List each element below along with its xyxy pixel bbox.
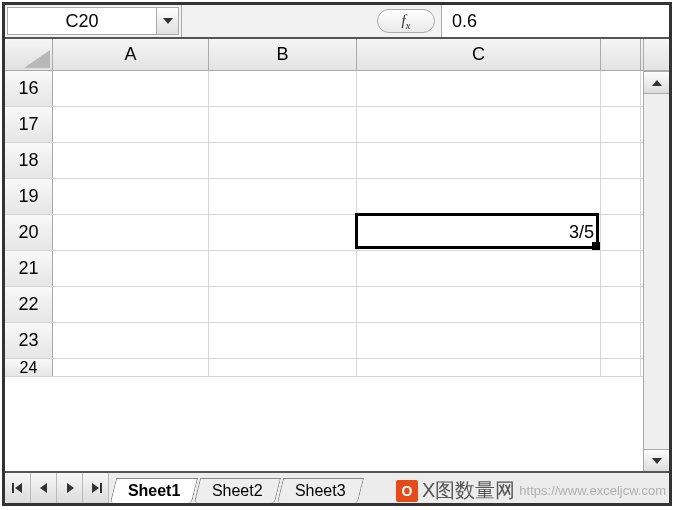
- cell-a[interactable]: [53, 359, 209, 376]
- sheet-tab[interactable]: Sheet1: [110, 478, 199, 503]
- column-header-a[interactable]: A: [53, 39, 209, 70]
- column-header-c[interactable]: C: [357, 39, 601, 70]
- grid-main: A B C 16171819203/521222324: [5, 39, 643, 471]
- sheet-tab[interactable]: Sheet3: [277, 478, 364, 503]
- grid-area: A B C 16171819203/521222324: [5, 39, 669, 471]
- scroll-track[interactable]: [644, 93, 669, 449]
- row-header[interactable]: 17: [5, 107, 53, 142]
- cell-b[interactable]: [209, 179, 357, 214]
- table-row: 18: [5, 143, 643, 179]
- cell-a[interactable]: [53, 71, 209, 106]
- scroll-up-button[interactable]: [644, 71, 669, 93]
- watermark-logo: O: [396, 480, 418, 502]
- nav-last-icon: [90, 482, 102, 494]
- fx-area: fx: [182, 5, 442, 37]
- cell-c[interactable]: [357, 359, 601, 376]
- table-row: 21: [5, 251, 643, 287]
- name-box-wrap: C20: [5, 5, 182, 37]
- row-header[interactable]: 18: [5, 143, 53, 178]
- row-header[interactable]: 21: [5, 251, 53, 286]
- cell-a[interactable]: [53, 323, 209, 358]
- name-box-dropdown[interactable]: [157, 7, 179, 35]
- svg-marker-0: [163, 18, 173, 24]
- vertical-scrollbar[interactable]: [643, 39, 669, 471]
- cell-a[interactable]: [53, 251, 209, 286]
- svg-marker-1: [652, 80, 662, 86]
- cell-c[interactable]: [357, 107, 601, 142]
- cell-c[interactable]: [357, 179, 601, 214]
- row-header[interactable]: 19: [5, 179, 53, 214]
- cell-b[interactable]: [209, 71, 357, 106]
- table-row: 17: [5, 107, 643, 143]
- svg-rect-8: [100, 483, 102, 493]
- svg-rect-3: [12, 483, 14, 493]
- cell-a[interactable]: [53, 107, 209, 142]
- cell-c[interactable]: [357, 143, 601, 178]
- cell-a[interactable]: [53, 143, 209, 178]
- cell-b[interactable]: [209, 359, 357, 376]
- nav-last-button[interactable]: [83, 473, 109, 503]
- cell-d[interactable]: [601, 143, 641, 178]
- select-all-corner[interactable]: [5, 39, 53, 70]
- column-header-b[interactable]: B: [209, 39, 357, 70]
- cell-b[interactable]: [209, 107, 357, 142]
- cell-a[interactable]: [53, 215, 209, 250]
- cell-b[interactable]: [209, 323, 357, 358]
- formula-bar: C20 fx 0.6: [5, 5, 669, 39]
- rows-container: 16171819203/521222324: [5, 71, 643, 471]
- cell-b[interactable]: [209, 215, 357, 250]
- nav-first-button[interactable]: [5, 473, 31, 503]
- cell-c[interactable]: 3/5: [357, 215, 601, 250]
- watermark-url: https://www.exceljcw.com: [519, 483, 666, 498]
- cell-d[interactable]: [601, 179, 641, 214]
- cell-c[interactable]: [357, 71, 601, 106]
- cell-c[interactable]: [357, 323, 601, 358]
- sheet-tab-label: Sheet2: [212, 482, 263, 500]
- chevron-down-icon: [652, 458, 662, 464]
- row-header[interactable]: 16: [5, 71, 53, 106]
- fx-label: fx: [402, 12, 411, 31]
- svg-marker-6: [67, 483, 74, 493]
- sheet-tab-label: Sheet1: [128, 482, 180, 500]
- chevron-down-icon: [163, 18, 173, 24]
- cell-d[interactable]: [601, 287, 641, 322]
- row-header[interactable]: 20: [5, 215, 53, 250]
- excel-window: C20 fx 0.6 A B C 16171819203/521222324: [2, 2, 672, 506]
- cell-b[interactable]: [209, 287, 357, 322]
- table-row: 22: [5, 287, 643, 323]
- cell-a[interactable]: [53, 287, 209, 322]
- row-header[interactable]: 23: [5, 323, 53, 358]
- scrollbar-header-gap: [644, 39, 669, 71]
- table-row: 19: [5, 179, 643, 215]
- table-row: 23: [5, 323, 643, 359]
- cell-d[interactable]: [601, 71, 641, 106]
- svg-marker-5: [40, 483, 47, 493]
- table-row: 203/5: [5, 215, 643, 251]
- scroll-down-button[interactable]: [644, 449, 669, 471]
- svg-marker-7: [92, 483, 99, 493]
- cell-c[interactable]: [357, 251, 601, 286]
- fx-button[interactable]: fx: [377, 9, 435, 33]
- svg-marker-4: [15, 483, 22, 493]
- row-header[interactable]: 24: [5, 359, 53, 376]
- sheet-tab-label: Sheet3: [295, 482, 346, 500]
- row-header[interactable]: 22: [5, 287, 53, 322]
- cell-c[interactable]: [357, 287, 601, 322]
- cell-d[interactable]: [601, 323, 641, 358]
- cell-a[interactable]: [53, 179, 209, 214]
- nav-prev-button[interactable]: [31, 473, 57, 503]
- cell-b[interactable]: [209, 143, 357, 178]
- formula-input[interactable]: 0.6: [442, 5, 669, 37]
- watermark: O X图数量网 https://www.exceljcw.com: [396, 477, 666, 504]
- sheet-tab[interactable]: Sheet2: [194, 478, 281, 503]
- name-box[interactable]: C20: [7, 7, 157, 35]
- cell-d[interactable]: [601, 359, 641, 376]
- column-header-partial[interactable]: [601, 39, 641, 70]
- cell-d[interactable]: [601, 215, 641, 250]
- cell-b[interactable]: [209, 251, 357, 286]
- svg-marker-2: [652, 458, 662, 464]
- cell-d[interactable]: [601, 251, 641, 286]
- nav-next-button[interactable]: [57, 473, 83, 503]
- chevron-up-icon: [652, 80, 662, 86]
- cell-d[interactable]: [601, 107, 641, 142]
